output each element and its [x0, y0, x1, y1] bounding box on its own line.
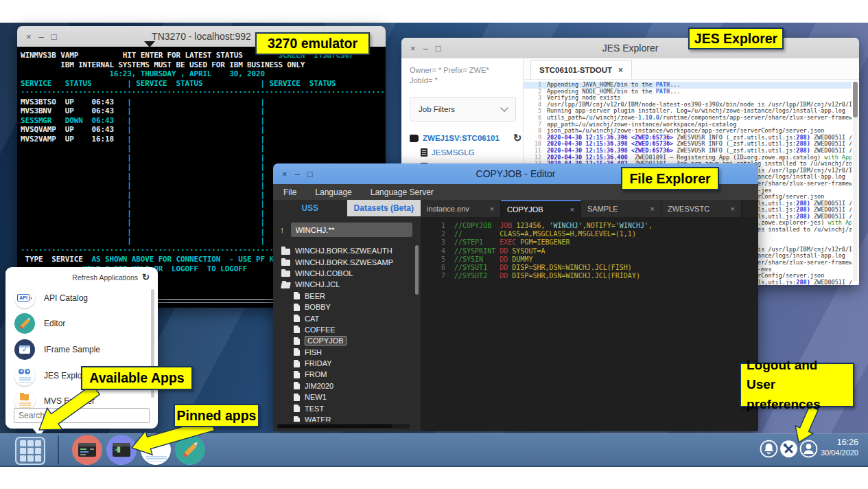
pinned-app[interactable] [139, 435, 172, 465]
panel-hscrollbar[interactable] [277, 424, 410, 429]
jes-job-node[interactable]: ZWEJ1SV:STC06101↻ [410, 131, 516, 146]
dataset-folder-item[interactable]: WINCHJ.BORK.SZWEAUTH [276, 245, 412, 256]
close-tab-icon[interactable]: × [618, 65, 623, 75]
search-input[interactable] [14, 408, 150, 423]
dataset-label: WINCHJ.BORK.SZWEAUTH [295, 247, 392, 255]
close-tab-icon[interactable]: × [490, 205, 494, 213]
app-list-item[interactable]: Editor [5, 311, 158, 337]
pinned-app[interactable] [105, 435, 137, 465]
dataset-member-item[interactable]: WATER [276, 414, 412, 422]
pencil-icon [20, 319, 30, 329]
app-launcher-button[interactable] [15, 437, 45, 465]
jes-output-tab[interactable]: STC06101-STDOUT × [530, 60, 632, 79]
panel-scrollbar-thumb[interactable] [415, 245, 419, 295]
dataset-member-item[interactable]: JIM2020 [276, 380, 412, 391]
file-icon [294, 348, 300, 356]
code-line-number: 4 [421, 247, 454, 255]
dataset-folder-item[interactable]: WINCHJ.COBOL [276, 268, 412, 279]
dataset-member-item[interactable]: BEER [276, 291, 412, 302]
dataset-filter-input[interactable] [291, 223, 413, 237]
terminal-line: MVS3BNV UP 06:43 | | [21, 106, 386, 116]
dataset-folder-item[interactable]: WINCHJ.BORK.SZWESAMP [276, 256, 412, 267]
dataset-member-item[interactable]: CAT [276, 312, 412, 323]
editor-tab[interactable]: ZWESVSTC× [661, 200, 742, 217]
dataset-member-item[interactable]: FROM [276, 369, 412, 380]
dataset-member-item[interactable]: NEW1 [276, 391, 412, 402]
log-line-number: 6 [524, 115, 547, 122]
api-catalog-icon: API› [14, 288, 35, 308]
terminal-line: | | [21, 153, 386, 163]
pinned-terminal-icon [106, 435, 137, 465]
close-tab-icon[interactable]: × [650, 205, 655, 213]
refresh-icon[interactable]: ↻ [513, 132, 522, 144]
jes-scrollbar-thumb[interactable] [853, 82, 858, 117]
job-filters-dropdown[interactable]: Job Filters [410, 97, 516, 122]
editor-window: × – □ COPYJOB - Editor FileLanguageLangu… [273, 163, 758, 431]
dataset-member-item[interactable]: COPYJOB [276, 335, 412, 346]
annotation-logout-line2: User preferences [747, 375, 853, 414]
log-line-number: 5 [524, 108, 547, 115]
log-line: 102020-04-30 12:15:36.398 <ZWED:65736> Z… [524, 141, 852, 148]
log-line: 2Appending NODE_HOME/bin to the PATH... [524, 89, 852, 95]
jes-output-tab-label: STC06101-STDOUT [539, 66, 612, 74]
app-label: Editor [44, 319, 65, 328]
jes-scrollbar[interactable] [853, 82, 858, 282]
code-window-icon [78, 443, 96, 457]
chevron-right-icon: › [30, 295, 32, 302]
file-icon [294, 326, 300, 333]
editor-tab[interactable]: COPYJOB× [501, 200, 581, 217]
dataset-member-item[interactable]: FRIDAY [276, 358, 412, 369]
editor-pencil-icon [14, 313, 35, 334]
jes-filter-summary: Owner= * Prefix= ZWE* JobId= * [410, 65, 513, 86]
jes-spool-file[interactable]: JESMSGLG [410, 146, 516, 160]
dataset-label: COPYJOB [305, 336, 347, 345]
file-icon [294, 416, 300, 422]
dataset-member-item[interactable]: BOBBY [276, 302, 412, 312]
tab-datasets[interactable]: Datasets (Beta) [347, 200, 421, 216]
dataset-folder-item[interactable]: WINCHJ.JCL [276, 279, 412, 290]
list-lines-icon [19, 402, 31, 408]
menu-item[interactable]: Language [315, 187, 351, 197]
code-editor[interactable]: 1//COPYJOB JOB 123456, 'WINCHJ',NOTIFY='… [421, 217, 758, 431]
dataset-member-item[interactable]: FISH [276, 347, 412, 358]
app-label: MVS Explorer [44, 396, 95, 406]
log-line-number: 7 [524, 122, 547, 128]
gear-icon [25, 369, 30, 374]
menu-item[interactable]: Language Server [371, 187, 434, 197]
dataset-label: FRIDAY [305, 359, 332, 367]
spool-file-icon [421, 148, 427, 157]
jes-titlebar[interactable]: × – □ JES Explorer [401, 38, 859, 58]
file-icon [294, 304, 300, 311]
panel-hscrollbar-thumb[interactable] [278, 424, 392, 428]
settings-tools-icon[interactable] [779, 440, 798, 458]
code-line-number: 6 [421, 264, 454, 272]
pinned-app[interactable] [71, 435, 103, 465]
dataset-label: TEST [305, 405, 324, 413]
refresh-icon[interactable]: ↻ [142, 272, 150, 282]
app-list-item[interactable]: API›API Catalog [5, 285, 158, 311]
refresh-applications-label[interactable]: Refresh Applications [72, 273, 138, 282]
close-tab-icon[interactable]: × [731, 205, 735, 213]
user-profile-icon[interactable] [799, 440, 818, 458]
editor-tab[interactable]: SAMPLE× [581, 200, 661, 217]
folder-icon [281, 271, 290, 277]
file-icon [294, 360, 300, 367]
annotation-jes-explorer: JES Explorer [688, 27, 784, 49]
dataset-member-item[interactable]: COFFEE [276, 324, 412, 335]
file-icon [294, 337, 300, 345]
app-label: IFrame Sample [44, 345, 100, 354]
up-directory-icon[interactable]: ↑ [280, 225, 285, 235]
notifications-bell-icon[interactable] [760, 440, 778, 458]
pinned-app[interactable] [174, 435, 206, 465]
close-tab-icon[interactable]: × [570, 205, 574, 214]
tab-uss[interactable]: USS [273, 200, 347, 216]
dataset-member-item[interactable]: TEST [276, 402, 412, 413]
window-check-icon [19, 345, 30, 354]
menu-item[interactable]: File [283, 187, 296, 197]
gear-icon [145, 438, 150, 444]
editor-tab-label: SAMPLE [587, 205, 646, 213]
terminal-line: MVS2VAMP UP 16:18 | | [21, 135, 386, 144]
log-line: 8json_path=/u/winchj/zowe-instance/works… [524, 128, 852, 135]
app-list-item[interactable]: IFrame Sample [5, 337, 158, 363]
editor-tab[interactable]: instance.env× [421, 200, 501, 217]
